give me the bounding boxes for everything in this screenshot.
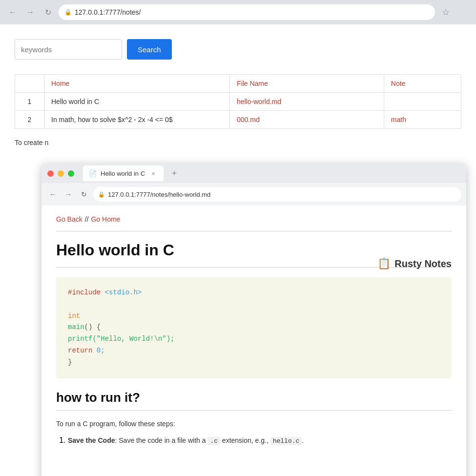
search-input[interactable]	[15, 39, 122, 60]
row2-filename[interactable]: 000.md	[230, 111, 384, 129]
printf-args: ("Hello, World!\n");	[92, 335, 174, 343]
new-tab-button[interactable]: +	[167, 166, 181, 180]
code-line-6: return 0;	[68, 345, 440, 357]
row1-index: 1	[15, 93, 44, 111]
bookmark-icon[interactable]: ☆	[439, 5, 453, 19]
col-note: Note	[384, 75, 461, 93]
main-func: main	[68, 323, 84, 331]
code-line-5: printf("Hello, World!\n");	[68, 333, 440, 345]
inner-browser: 📄 Hello world in C × + ← → ↻ 🔒 127.0.0.1…	[41, 164, 466, 476]
brand-name: Rusty Notes	[394, 258, 452, 269]
how-to-run-heading: how to run it?	[56, 390, 452, 405]
forward-button[interactable]: →	[23, 5, 37, 19]
int-keyword: int	[68, 312, 80, 320]
inner-back-button[interactable]: ←	[46, 188, 59, 201]
to-create-text: To create n	[15, 139, 461, 146]
menu-icon[interactable]	[456, 5, 470, 19]
code-line-4: main() {	[68, 322, 440, 333]
outer-page: Search Home File Name Note 1 Hello world…	[0, 24, 476, 476]
list-item-1-end: extension, e.g.,	[220, 436, 269, 444]
row2-title: In math, how to solve $x^2 - 2x -4 <= 0$	[44, 111, 230, 129]
save-code-bold: Save the Code	[68, 436, 115, 444]
section-hr	[56, 410, 452, 411]
go-home-link[interactable]: Go Home	[91, 215, 120, 223]
refresh-button[interactable]: ↻	[41, 5, 55, 19]
outer-browser: ← → ↻ 🔒 127.0.0.1:7777/notes/ ☆ Search H…	[0, 0, 476, 476]
row1-filename[interactable]: hello-world.md	[230, 93, 384, 111]
code-block: #include <stdio.h> int main() { printf("…	[56, 277, 452, 378]
list-item-1-rest: : Save the code in a file with a	[115, 436, 206, 444]
hello-c-code: hello.c	[270, 437, 302, 445]
col-index	[15, 75, 44, 93]
url-text: 127.0.0.1:7777/notes/	[75, 8, 141, 16]
row2-index: 2	[15, 111, 44, 129]
list-item-1-text: Save the Code: Save the code in a file w…	[68, 436, 304, 444]
include-keyword: #include	[68, 289, 101, 296]
search-button[interactable]: Search	[127, 39, 172, 60]
code-line-7: }	[68, 357, 440, 369]
return-val: 0;	[92, 347, 104, 354]
code-line-3: int	[68, 310, 440, 322]
lock-icon: 🔒	[64, 9, 72, 16]
close-traffic-light[interactable]	[47, 170, 54, 177]
printf-func: printf	[68, 335, 92, 343]
include-path: <stdio.h>	[101, 289, 142, 296]
back-button[interactable]: ←	[6, 5, 20, 19]
body-text: To run a C program, follow these steps:	[56, 418, 452, 429]
inner-url-text: 127.0.0.1:7777/notes/hello-world.md	[108, 191, 210, 198]
inner-forward-button[interactable]: →	[62, 188, 75, 201]
col-home: Home	[44, 75, 230, 93]
article-title: Hello world in C	[56, 241, 452, 259]
steps-list: Save the Code: Save the code in a file w…	[56, 435, 452, 447]
inner-lock-icon: 🔒	[98, 191, 105, 198]
rusty-notes-icon: 📋	[377, 257, 391, 270]
inner-page-content: 📋 Rusty Notes Go Back // Go Home Hello w…	[41, 206, 466, 476]
list-item-1-dot: .	[302, 436, 304, 444]
maximize-traffic-light[interactable]	[68, 170, 74, 177]
main-rest: () {	[84, 323, 101, 331]
browser-tab[interactable]: 📄 Hello world in C ×	[83, 166, 164, 181]
inner-refresh-button[interactable]: ↻	[78, 188, 90, 201]
inner-address-bar[interactable]: 🔒 127.0.0.1:7777/notes/hello-world.md	[93, 187, 461, 202]
tab-favicon-icon: 📄	[89, 170, 97, 177]
inner-nav-toolbar: ← → ↻ 🔒 127.0.0.1:7777/notes/hello-world…	[41, 183, 466, 206]
code-line-1: #include <stdio.h>	[68, 287, 440, 299]
list-item: Save the Code: Save the code in a file w…	[68, 435, 452, 447]
address-bar[interactable]: 🔒 127.0.0.1:7777/notes/	[59, 4, 435, 20]
return-keyword: return	[68, 347, 92, 354]
nav-separator: //	[85, 215, 89, 223]
inner-nav-links: Go Back // Go Home	[56, 215, 452, 223]
tab-label: Hello world in C	[101, 170, 145, 177]
search-area: Search	[15, 39, 461, 60]
inner-titlebar: 📄 Hello world in C × +	[41, 164, 466, 183]
table-row: 1 Hello world in C hello-world.md	[15, 93, 461, 111]
table-header-row: Home File Name Note	[15, 75, 461, 93]
row1-title: Hello world in C	[44, 93, 230, 111]
outer-toolbar: ← → ↻ 🔒 127.0.0.1:7777/notes/ ☆	[0, 0, 476, 24]
col-filename: File Name	[230, 75, 384, 93]
minimize-traffic-light[interactable]	[58, 170, 64, 177]
c-extension-code: .c	[207, 437, 220, 445]
nav-divider	[56, 231, 452, 231]
go-back-link[interactable]: Go Back	[56, 215, 83, 223]
closing-brace: }	[68, 358, 72, 366]
notes-table: Home File Name Note 1 Hello world in C h…	[15, 74, 461, 129]
row1-note	[384, 93, 461, 111]
code-line-blank	[68, 299, 440, 310]
table-row: 2 In math, how to solve $x^2 - 2x -4 <= …	[15, 111, 461, 129]
rusty-notes-brand: 📋 Rusty Notes	[377, 257, 452, 270]
tab-close-button[interactable]: ×	[149, 169, 158, 178]
row2-note[interactable]: math	[384, 111, 461, 129]
